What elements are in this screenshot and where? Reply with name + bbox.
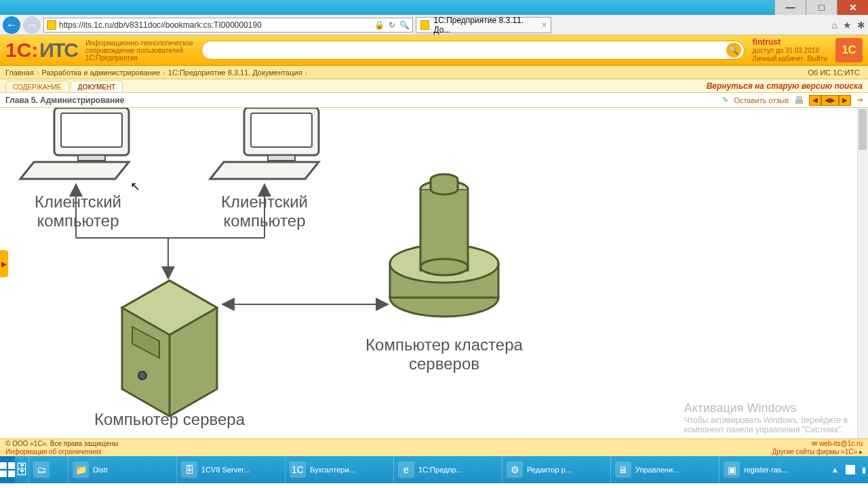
svg-rect-4	[251, 113, 312, 147]
window-close-button[interactable]: ✕	[837, 0, 868, 15]
svg-rect-23	[0, 470, 7, 477]
taskbar-app-icon: 🖥	[615, 462, 631, 478]
page-mid-button[interactable]: ◀▶	[821, 95, 839, 106]
favorites-icon[interactable]: ★	[843, 20, 852, 30]
refresh-icon[interactable]: ↻	[389, 20, 395, 30]
settings-icon[interactable]: ✱	[857, 20, 865, 30]
scrollbar-thumb[interactable]	[859, 109, 867, 150]
taskbar-item-label: Редактор р...	[527, 466, 572, 474]
taskbar-app-icon: ▣	[724, 462, 740, 478]
mail-icon: ✉	[812, 440, 817, 447]
taskbar-app-icon: e	[398, 462, 414, 478]
site-search-input[interactable]: 🔍	[201, 41, 745, 60]
crumb-home[interactable]: Главная	[5, 68, 34, 77]
svg-point-20	[420, 259, 468, 275]
user-name: fintrust	[753, 37, 827, 47]
windows-taskbar: 🗄 🗂 📁Distr🗄1CV8 Server...1СБухгалтери...…	[0, 456, 868, 483]
firm-1c-logo-icon[interactable]: 1C	[835, 38, 863, 62]
watermark-title: Активация Windows	[684, 401, 848, 415]
nav-forward-button[interactable]: →	[23, 16, 41, 34]
tray-flag-icon[interactable]	[846, 465, 855, 474]
window-maximize-button[interactable]: □	[806, 0, 837, 15]
document-body: ▶	[0, 108, 868, 439]
tab-document[interactable]: ДОКУМЕНТ	[71, 81, 123, 92]
svg-rect-22	[8, 462, 15, 469]
footer-other-sites-link[interactable]: Другие сайты фирмы «1С»	[772, 448, 858, 455]
taskbar-item-label: 1CV8 Server...	[201, 466, 250, 474]
expand-icon[interactable]: ⇥	[856, 96, 863, 104]
explorer-icon: 🗂	[33, 462, 50, 478]
vertical-scrollbar[interactable]	[857, 108, 868, 439]
logo-part2: ИТС	[39, 39, 77, 62]
print-icon[interactable]: 🖶	[794, 95, 804, 106]
windows-activation-watermark: Активация Windows Чтобы активировать Win…	[684, 401, 848, 434]
page-nav: ◀ ◀▶ ▶	[809, 95, 851, 106]
footer-restrictions-link[interactable]: Информация об ограничениях	[5, 448, 102, 455]
taskbar-item[interactable]: ▣register-ras...	[719, 456, 827, 483]
taskbar-item-label: 1С:Предпр...	[418, 466, 462, 474]
search-button-icon[interactable]: 🔍	[726, 43, 741, 58]
footer-mail-link[interactable]: web-its@1c.ru	[819, 440, 863, 447]
taskbar-item[interactable]: 🗄1CV8 Server...	[176, 456, 285, 483]
user-cabinet-link[interactable]: Личный кабинет	[753, 55, 804, 62]
tab-close-icon[interactable]: ×	[542, 20, 547, 30]
address-bar[interactable]: https://its.1c.ru/db/v8311doc#bookmark:c…	[43, 18, 413, 33]
taskbar-item-label: Distr	[93, 466, 108, 474]
taskbar-app-icon: 🗄	[181, 462, 197, 478]
nav-back-button[interactable]: ←	[3, 16, 20, 34]
taskbar-item-label: Управлени...	[635, 466, 679, 474]
taskbar-app-icon: 📁	[73, 462, 89, 478]
mouse-cursor-icon: ↖	[130, 179, 140, 194]
window-minimize-button[interactable]: —	[774, 0, 806, 15]
taskbar-item-label: Бухгалтери...	[310, 466, 355, 474]
crumb-about[interactable]: Об ИС 1С:ИТС	[808, 68, 860, 77]
taskbar-item[interactable]: ⚙Редактор р...	[502, 456, 610, 483]
taskbar-item[interactable]: e1С:Предпр...	[393, 456, 502, 483]
tray-network-icon[interactable]: ▮	[862, 466, 866, 474]
site-logo[interactable]: 1С: ИТС	[5, 39, 77, 62]
logo-subtitle: Информационно-технологическое сопровожде…	[85, 39, 193, 62]
search-icon[interactable]: 🔍	[399, 20, 410, 30]
label-client-1: Клиентский компьютер	[20, 192, 136, 230]
user-access-until: доступ до 31.03.2018	[753, 47, 827, 55]
address-url: https://its.1c.ru/db/v8311doc#bookmark:c…	[59, 20, 262, 30]
pencil-icon: ✎	[722, 96, 728, 104]
chapter-bar: Глава 5. Администрирование ✎ Оставить от…	[0, 93, 868, 108]
page-next-button[interactable]: ▶	[839, 95, 851, 106]
start-button[interactable]	[0, 456, 15, 483]
architecture-diagram	[0, 108, 848, 439]
tab-title: 1С:Предприятие 8.3.11. До...	[433, 16, 538, 35]
watermark-text: Чтобы активировать Windows, перейдите в …	[684, 415, 848, 434]
page-prev-button[interactable]: ◀	[809, 95, 821, 106]
site-footer: © ООО «1С». Все права защищены Информаци…	[0, 439, 868, 456]
taskbar-item[interactable]: 🖥Управлени...	[610, 456, 719, 483]
doc-tabs: СОДЕРЖАНИЕ ДОКУМЕНТ Вернуться на старую …	[0, 79, 868, 93]
chapter-title: Глава 5. Администрирование	[5, 96, 124, 105]
user-logout-link[interactable]: Выйти	[807, 55, 827, 62]
taskbar-item[interactable]: 📁Distr	[68, 456, 176, 483]
leave-review-link[interactable]: Оставить отзыв	[734, 96, 789, 104]
taskbar-pinned-explorer-icon[interactable]: 🗂	[28, 456, 68, 483]
tab-favicon-icon	[420, 20, 429, 30]
svg-rect-5	[268, 155, 295, 161]
logo-part1: 1С:	[5, 39, 38, 62]
tray-up-icon[interactable]: ▲	[831, 466, 839, 474]
crumb-dev[interactable]: Разработка и администрирование	[42, 68, 161, 77]
label-cluster: Компьютер кластера серверов	[353, 336, 536, 373]
label-client-2: Клиентский компьютер	[203, 192, 326, 230]
home-icon[interactable]: ⌂	[832, 20, 837, 30]
taskbar-item-label: register-ras...	[744, 466, 788, 474]
crumb-doc[interactable]: 1С:Предприятие 8.3.11. Документация	[168, 68, 302, 77]
svg-rect-2	[78, 155, 105, 161]
taskbar-pinned-server-icon[interactable]: 🗄	[15, 456, 28, 483]
browser-tab[interactable]: 1С:Предприятие 8.3.11. До... ×	[416, 17, 551, 33]
old-search-link[interactable]: Вернуться на старую версию поиска	[707, 81, 863, 92]
site-favicon-icon	[47, 20, 56, 30]
browser-toolbar: ← → https://its.1c.ru/db/v8311doc#bookma…	[0, 15, 868, 35]
taskbar-app-icon: 1С	[290, 462, 306, 478]
svg-point-13	[138, 371, 146, 380]
taskbar-item[interactable]: 1СБухгалтери...	[285, 456, 393, 483]
breadcrumb: Главная› Разработка и администрирование›…	[0, 66, 868, 79]
tab-content[interactable]: СОДЕРЖАНИЕ	[5, 81, 69, 92]
label-server: Компьютер сервера	[75, 410, 264, 429]
